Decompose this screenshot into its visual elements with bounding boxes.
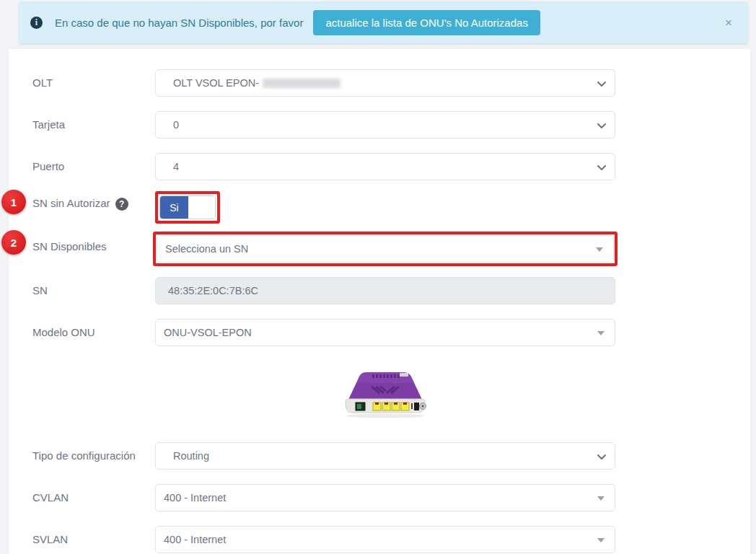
olt-value: OLT VSOL EPON- <box>173 77 259 89</box>
tarjeta-value: 0 <box>173 119 179 131</box>
sn-disponibles-label: SN Disponibles <box>32 232 155 266</box>
form-row-sn-disponibles: 2 SN Disponibles Selecciona un SN <box>32 232 750 266</box>
sn-sin-autorizar-label: SN sin Autorizar <box>32 197 110 209</box>
cvlan-select[interactable]: 400 - Internet <box>155 484 615 511</box>
tarjeta-label: Tarjeta <box>32 111 155 138</box>
chevron-down-icon <box>597 454 606 460</box>
banner-text: En caso de que no hayan SN Disponibles, … <box>55 17 303 29</box>
form-row-olt: OLT OLT VSOL EPON- <box>32 69 750 97</box>
tarjeta-select[interactable]: 0 <box>155 111 615 138</box>
caret-down-icon <box>597 496 605 501</box>
tipo-configuracion-select[interactable]: Routing <box>155 442 615 470</box>
form-row-sn: SN 48:35:2E:0C:7B:6C <box>32 277 750 304</box>
chevron-down-icon <box>597 123 606 128</box>
form-row-tipo-configuracion: Tipo de configuración Routing <box>32 442 750 470</box>
svlan-label: SVLAN <box>32 526 155 553</box>
form-row-puerto: Puerto 4 <box>32 153 750 180</box>
svlan-select[interactable]: 400 - Internet <box>155 526 615 553</box>
info-icon: i <box>30 17 43 29</box>
sn-value: 48:35:2E:0C:7B:6C <box>168 285 258 296</box>
olt-select[interactable]: OLT VSOL EPON- <box>155 69 615 97</box>
form-row-svlan: SVLAN 400 - Internet <box>32 526 750 553</box>
toggle-on-label: Si <box>160 196 188 219</box>
modelo-onu-value: ONU-VSOL-EPON <box>164 327 252 338</box>
help-icon[interactable]: ? <box>115 198 128 211</box>
form-row-modelo-onu: Modelo ONU ONU-VSOL-EPON <box>32 319 750 346</box>
update-onu-list-button[interactable]: actualice la lista de ONU's No Autorizad… <box>313 10 540 35</box>
sn-disponibles-select[interactable]: Selecciona un SN <box>157 235 614 263</box>
onu-device-image-wrap <box>155 370 615 419</box>
toggle-off-half <box>188 196 215 219</box>
tipo-configuracion-value: Routing <box>173 450 209 462</box>
onu-vsol-device-image <box>340 370 431 419</box>
puerto-label: Puerto <box>32 153 155 180</box>
caret-down-icon <box>597 538 605 542</box>
step-badge-1: 1 <box>1 190 26 214</box>
puerto-value: 4 <box>173 161 179 172</box>
chevron-down-icon <box>597 82 606 87</box>
annotation-box-toggle: Si <box>155 191 220 224</box>
svlan-value: 400 - Internet <box>164 534 226 545</box>
form-row-tarjeta: Tarjeta 0 <box>32 111 750 138</box>
olt-label: OLT <box>32 69 155 97</box>
annotation-box-sn-disponibles: Selecciona un SN <box>153 232 617 266</box>
sn-disponibles-placeholder: Selecciona un SN <box>165 243 248 255</box>
redacted-text <box>263 79 340 88</box>
cvlan-label: CVLAN <box>32 484 155 511</box>
step-badge-2: 2 <box>1 230 26 255</box>
caret-down-icon <box>596 247 603 252</box>
tipo-configuracion-label: Tipo de configuración <box>32 442 155 470</box>
modelo-onu-select[interactable]: ONU-VSOL-EPON <box>155 319 615 346</box>
onu-form-card: OLT OLT VSOL EPON- Tarjeta 0 Puerto 4 <box>9 49 750 554</box>
form-row-sn-sin-autorizar: 1 SN sin Autorizar ? Si <box>32 191 750 224</box>
modelo-onu-label: Modelo ONU <box>32 319 155 346</box>
info-banner: i En caso de que no hayan SN Disponibles… <box>19 1 748 43</box>
form-row-cvlan: CVLAN 400 - Internet <box>32 484 750 511</box>
sn-label: SN <box>32 277 155 304</box>
cvlan-value: 400 - Internet <box>164 492 226 504</box>
close-icon[interactable]: × <box>725 17 732 29</box>
sn-input: 48:35:2E:0C:7B:6C <box>155 277 615 304</box>
puerto-select[interactable]: 4 <box>155 153 615 180</box>
chevron-down-icon <box>597 165 606 170</box>
sn-sin-autorizar-toggle[interactable]: Si <box>159 195 216 219</box>
caret-down-icon <box>597 331 605 335</box>
